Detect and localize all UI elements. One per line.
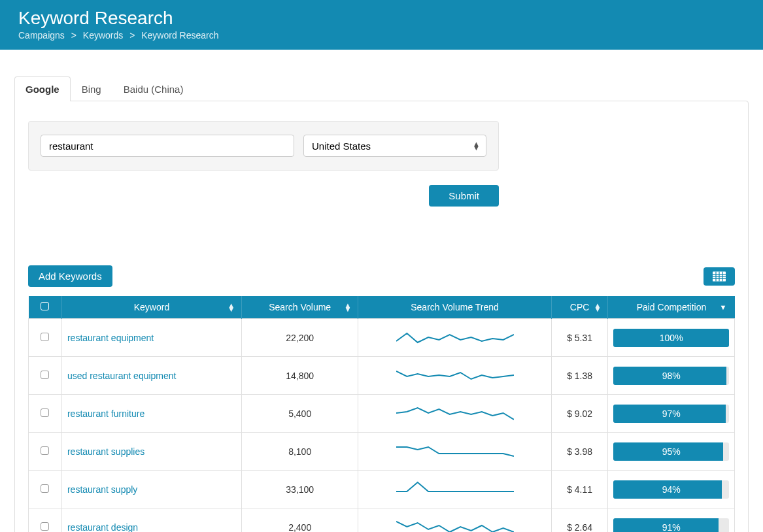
header-trend: Search Volume Trend xyxy=(358,296,551,319)
sort-desc-icon: ▼ xyxy=(720,303,727,311)
keyword-link[interactable]: restaurant supply xyxy=(67,484,137,495)
cpc-cell: $ 9.02 xyxy=(551,395,608,433)
volume-cell: 8,100 xyxy=(242,433,358,471)
table-row: restaurant supply33,100$ 4.1194% xyxy=(29,471,735,508)
sparkline-icon xyxy=(396,478,514,498)
header-competition[interactable]: Paid Competition ▼ xyxy=(608,296,735,319)
table-row: restaurant supplies8,100$ 3.9895% xyxy=(29,433,735,471)
trend-cell xyxy=(358,319,551,357)
keyword-input[interactable] xyxy=(41,135,294,157)
row-checkbox[interactable] xyxy=(41,484,49,493)
page-title: Keyword Research xyxy=(18,8,745,29)
breadcrumb-item[interactable]: Keywords xyxy=(83,30,123,41)
volume-cell: 5,400 xyxy=(242,395,358,433)
row-checkbox[interactable] xyxy=(41,522,49,531)
table-row: restaurant design2,400$ 2.6491% xyxy=(29,508,735,533)
row-checkbox[interactable] xyxy=(41,333,49,341)
cpc-cell: $ 3.98 xyxy=(551,433,608,471)
trend-cell xyxy=(358,471,551,508)
sparkline-icon xyxy=(396,365,514,384)
search-box: United States ▲▼ xyxy=(28,121,499,171)
competition-cell: 91% xyxy=(608,508,735,533)
keyword-link[interactable]: restaurant equipment xyxy=(67,333,154,343)
cpc-cell: $ 2.64 xyxy=(551,508,608,533)
competition-cell: 100% xyxy=(608,319,735,357)
keyword-link[interactable]: restaurant furniture xyxy=(67,408,144,419)
cpc-cell: $ 5.31 xyxy=(551,319,608,357)
volume-cell: 33,100 xyxy=(242,471,358,508)
keyword-link[interactable]: restaurant supplies xyxy=(67,446,144,457)
trend-cell xyxy=(358,508,551,533)
volume-cell: 22,200 xyxy=(242,319,358,357)
tab-baidu[interactable]: Baidu (China) xyxy=(112,76,195,101)
competition-cell: 98% xyxy=(608,357,735,395)
spreadsheet-icon xyxy=(713,271,726,282)
volume-cell: 14,800 xyxy=(242,357,358,395)
sparkline-icon xyxy=(396,327,514,346)
header-cpc[interactable]: CPC ▲▼ xyxy=(551,296,608,319)
table-row: used restaurant equipment14,800$ 1.3898% xyxy=(29,357,735,395)
submit-button[interactable]: Submit xyxy=(429,185,499,207)
competition-cell: 94% xyxy=(608,471,735,508)
sparkline-icon xyxy=(396,441,514,460)
breadcrumb-item: Keyword Research xyxy=(141,30,218,41)
tab-bing[interactable]: Bing xyxy=(71,76,112,101)
row-checkbox[interactable] xyxy=(41,408,49,417)
trend-cell xyxy=(358,357,551,395)
tabs: Google Bing Baidu (China) xyxy=(14,76,749,101)
keyword-link[interactable]: restaurant design xyxy=(67,522,138,533)
breadcrumb: Campaigns > Keywords > Keyword Research xyxy=(18,30,745,41)
breadcrumb-separator: > xyxy=(71,30,76,41)
sort-icon: ▲▼ xyxy=(594,303,602,311)
cpc-cell: $ 1.38 xyxy=(551,357,608,395)
add-keywords-button[interactable]: Add Keywords xyxy=(28,265,112,287)
header-volume[interactable]: Search Volume ▲▼ xyxy=(242,296,358,319)
header-keyword[interactable]: Keyword ▲▼ xyxy=(61,296,241,319)
competition-cell: 97% xyxy=(608,395,735,433)
export-button[interactable] xyxy=(704,267,735,286)
country-select[interactable]: United States xyxy=(303,135,486,157)
tab-google[interactable]: Google xyxy=(14,76,71,101)
sparkline-icon xyxy=(396,516,514,532)
header-checkbox[interactable] xyxy=(29,296,62,319)
sparkline-icon xyxy=(396,403,514,422)
page-header: Keyword Research Campaigns > Keywords > … xyxy=(0,0,763,50)
competition-cell: 95% xyxy=(608,433,735,471)
sort-icon: ▲▼ xyxy=(344,303,351,311)
table-row: restaurant equipment22,200$ 5.31100% xyxy=(29,319,735,357)
volume-cell: 2,400 xyxy=(242,508,358,533)
table-row: restaurant furniture5,400$ 9.0297% xyxy=(29,395,735,433)
panel: United States ▲▼ Submit Add Keywords xyxy=(14,101,749,532)
breadcrumb-separator: > xyxy=(129,30,135,41)
keyword-link[interactable]: used restaurant equipment xyxy=(67,371,177,381)
row-checkbox[interactable] xyxy=(41,446,49,455)
results-table: Keyword ▲▼ Search Volume ▲▼ Search Volum… xyxy=(28,296,735,532)
sort-icon: ▲▼ xyxy=(228,303,235,311)
breadcrumb-item[interactable]: Campaigns xyxy=(18,30,65,41)
cpc-cell: $ 4.11 xyxy=(551,471,608,508)
row-checkbox[interactable] xyxy=(41,371,49,379)
trend-cell xyxy=(358,433,551,471)
trend-cell xyxy=(358,395,551,433)
